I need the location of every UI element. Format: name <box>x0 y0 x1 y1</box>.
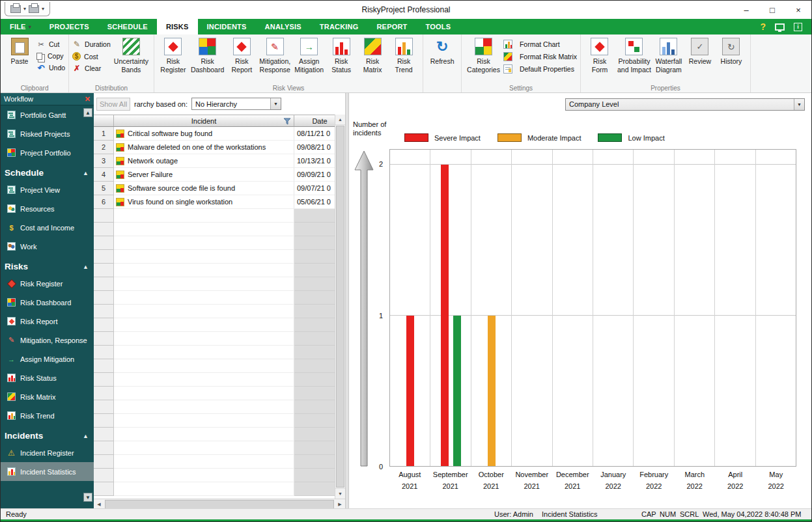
vertical-scrollbar[interactable]: ▲ ▼ <box>335 115 345 499</box>
probability-and-impact-label-2: and Impact <box>617 66 651 74</box>
status-cap: CAP <box>641 510 656 518</box>
sidebar-item-incident-register[interactable]: ⚠Incident Register <box>1 443 94 462</box>
main-area: Workflow ✕ Portfolio GanttRisked Project… <box>1 93 811 510</box>
default-properties-button[interactable]: Default Properties <box>503 64 577 74</box>
minimize-button[interactable]: – <box>733 1 759 19</box>
undo-button[interactable]: ↶Undo <box>36 63 65 72</box>
hierarchy-select[interactable]: No Hierarchy ▼ <box>191 98 281 110</box>
copy-button[interactable]: Copy <box>36 52 65 60</box>
review-button[interactable]: ✓Review <box>684 36 716 74</box>
sidebar-item-label: Risk Status <box>20 374 57 382</box>
sidebar-scroll-down-icon[interactable]: ▼ <box>83 493 92 502</box>
incident-cell: Critical software bug found <box>114 127 294 141</box>
filter-icon[interactable] <box>283 118 291 125</box>
risk-dashboard-button[interactable]: RiskDashboard <box>189 36 226 74</box>
x-axis-month: March <box>675 471 716 479</box>
sidebar-section-schedule: Schedule▲ <box>1 162 94 180</box>
risk-form-button[interactable]: RiskForm <box>584 36 615 74</box>
collapse-arrow-icon[interactable]: ▲ <box>83 170 89 176</box>
close-button[interactable]: × <box>785 1 811 19</box>
sidebar-item-risked-projects[interactable]: Risked Projects <box>1 124 94 143</box>
sidebar-item-resources[interactable]: Resources <box>1 199 94 218</box>
sidebar-item-cost-and-income[interactable]: $Cost and Income <box>1 218 94 237</box>
cut-button[interactable]: ✂Cut <box>36 40 65 49</box>
sidebar-item-mitigation-response[interactable]: ✎Mitigation, Response <box>1 331 94 350</box>
tab-analysis[interactable]: ANALYSIS <box>256 19 311 34</box>
paste-button[interactable]: Paste <box>4 36 35 66</box>
table-row[interactable]: 5Software source code file is found09/07… <box>94 182 335 195</box>
table-row <box>94 346 335 359</box>
risk-register-button[interactable]: RiskRegister <box>158 36 189 74</box>
level-select[interactable]: Company Level ▼ <box>565 98 805 111</box>
table-row[interactable]: 6Virus found on single workstation05/06/… <box>94 195 335 209</box>
format-chart-button[interactable]: Format Chart <box>503 40 577 49</box>
vertical-scroll-thumb[interactable] <box>336 126 344 488</box>
sidebar-item-risk-trend[interactable]: Risk Trend <box>1 406 94 425</box>
clear-button[interactable]: ✗Clear <box>72 64 111 73</box>
tab-tracking[interactable]: TRACKING <box>311 19 368 34</box>
table-row[interactable]: 1Critical software bug found08/11/21 0 <box>94 127 335 141</box>
horizontal-scroll-thumb[interactable] <box>105 500 334 509</box>
workflow-close-icon[interactable]: ✕ <box>85 95 91 103</box>
uncertainty-bands-button[interactable]: Uncertainty Bands <box>112 36 150 74</box>
sidebar-item-risk-register[interactable]: Risk Register <box>1 274 94 293</box>
monitor-icon[interactable] <box>775 23 785 31</box>
row-number-cell <box>94 469 114 482</box>
tab-tools[interactable]: TOOLS <box>417 19 460 34</box>
table-row[interactable]: 3Network outage10/13/21 0 <box>94 154 335 168</box>
date-cell <box>294 223 335 236</box>
incident-cell <box>114 250 294 264</box>
x-axis-month: August <box>389 471 430 479</box>
row-number-header[interactable] <box>94 115 114 126</box>
history-button[interactable]: ↻History <box>716 36 747 74</box>
waterfall-diagram-icon <box>660 38 677 55</box>
level-select-arrow-icon[interactable]: ▼ <box>794 99 804 110</box>
risk-matrix-button[interactable]: RiskMatrix <box>357 36 388 74</box>
collapse-arrow-icon[interactable]: ▲ <box>83 264 89 270</box>
sidebar-item-portfolio-gantt[interactable]: Portfolio Gantt <box>1 105 94 124</box>
sidebar-item-project-portfolio[interactable]: Project Portfolio <box>1 143 94 162</box>
probability-and-impact-button[interactable]: Probabilityand Impact <box>615 36 653 74</box>
sidebar-item-risk-matrix[interactable]: Risk Matrix <box>1 387 94 406</box>
risk-categories-button[interactable]: Risk Categories <box>465 36 502 74</box>
incident-cell <box>114 277 294 291</box>
table-row[interactable]: 4Server Failure09/09/21 0 <box>94 168 335 182</box>
duration-button[interactable]: ✎Duration <box>72 40 111 49</box>
format-risk-matrix-button[interactable]: Format Risk Matrix <box>503 52 577 61</box>
tab-incidents[interactable]: INCIDENTS <box>198 19 256 34</box>
incident-column-header[interactable]: Incident <box>114 115 294 126</box>
sidebar-item-risk-dashboard[interactable]: Risk Dashboard <box>1 293 94 312</box>
assign-mitigation-button[interactable]: →AssignMitigation <box>292 36 326 74</box>
mitigation-response-button[interactable]: ✎Mitigation,Response <box>257 36 292 74</box>
tab-risks[interactable]: RISKS <box>157 19 198 34</box>
sidebar-item-incident-statistics[interactable]: Incident Statistics <box>1 462 94 481</box>
waterfall-diagram-button[interactable]: WaterfallDiagram <box>653 36 684 74</box>
risk-report-button[interactable]: RiskReport <box>226 36 257 74</box>
cost-button[interactable]: $Cost <box>72 52 111 61</box>
help-icon[interactable]: ? <box>760 21 766 32</box>
sidebar-scroll-up-icon[interactable]: ▲ <box>83 108 92 117</box>
tab-report[interactable]: REPORT <box>367 19 416 34</box>
sidebar-item-project-view[interactable]: Project View <box>1 180 94 199</box>
sidebar-item-risk-report[interactable]: Risk Report <box>1 312 94 331</box>
incident-chart: Number of incidents Severe ImpactModerat… <box>349 115 811 510</box>
show-all-button[interactable]: Show All <box>96 98 130 111</box>
incident-icon <box>116 130 124 138</box>
sidebar-item-assign-mitigation[interactable]: →Assign Mitigation <box>1 350 94 368</box>
risk-trend-label-1: Risk <box>397 57 410 66</box>
tab-file[interactable]: FILE▾ <box>1 19 40 34</box>
risk-trend-button[interactable]: RiskTrend <box>388 36 419 74</box>
tab-schedule[interactable]: SCHEDULE <box>98 19 157 34</box>
scroll-up-icon[interactable]: ▲ <box>335 115 345 125</box>
collapse-arrow-icon[interactable]: ▲ <box>83 433 89 439</box>
scroll-down-icon[interactable]: ▼ <box>335 488 345 499</box>
tab-projects[interactable]: PROJECTS <box>40 19 98 34</box>
sidebar-item-risk-status[interactable]: Risk Status <box>1 368 94 387</box>
sidebar-item-work[interactable]: Work <box>1 237 94 256</box>
refresh-button[interactable]: ↻ Refresh <box>427 36 458 66</box>
maximize-button[interactable]: □ <box>759 1 785 19</box>
info-icon[interactable]: i <box>794 23 802 31</box>
table-row[interactable]: 2Malware deleted on one of the workstati… <box>94 141 335 154</box>
risk-status-button[interactable]: RiskStatus <box>326 36 357 74</box>
hierarchy-select-arrow-icon[interactable]: ▼ <box>270 98 281 109</box>
